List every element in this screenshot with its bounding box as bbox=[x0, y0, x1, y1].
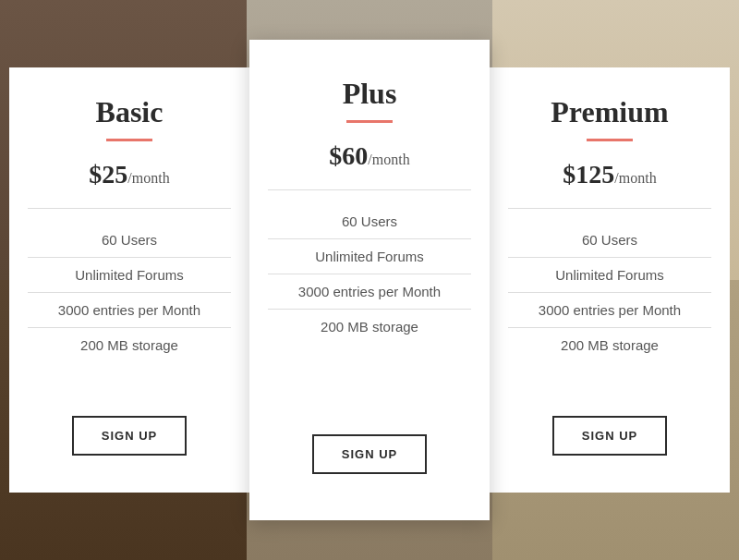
basic-feature-users: 60 Users bbox=[28, 223, 231, 258]
basic-feature-storage: 200 MB storage bbox=[28, 328, 231, 362]
basic-price-amount: $25 bbox=[89, 160, 127, 189]
premium-price-divider bbox=[508, 208, 711, 209]
plus-plan-title: Plus bbox=[343, 77, 397, 111]
plus-price: $60/month bbox=[329, 141, 409, 171]
pricing-section: Basic $25/month 60 Users Unlimited Forum… bbox=[0, 0, 739, 560]
basic-price: $25/month bbox=[89, 160, 169, 189]
premium-features-list: 60 Users Unlimited Forums 3000 entries p… bbox=[508, 223, 711, 388]
premium-feature-users: 60 Users bbox=[508, 223, 711, 258]
pricing-cards: Basic $25/month 60 Users Unlimited Forum… bbox=[9, 67, 730, 493]
premium-plan-title: Premium bbox=[551, 95, 668, 129]
plus-price-period: /month bbox=[368, 152, 409, 167]
basic-feature-entries: 3000 entries per Month bbox=[28, 293, 231, 328]
premium-title-divider bbox=[587, 139, 633, 141]
premium-price: $125/month bbox=[563, 160, 656, 189]
premium-feature-entries: 3000 entries per Month bbox=[508, 293, 711, 328]
basic-signup-button[interactable]: SIGN UP bbox=[72, 416, 187, 456]
plus-feature-entries: 3000 entries per Month bbox=[268, 274, 471, 310]
basic-feature-forums: Unlimited Forums bbox=[28, 258, 231, 293]
plus-feature-forums: Unlimited Forums bbox=[268, 239, 471, 274]
plus-price-divider bbox=[268, 189, 471, 190]
plus-feature-users: 60 Users bbox=[268, 204, 471, 239]
plus-card: Plus $60/month 60 Users Unlimited Forums… bbox=[249, 40, 490, 520]
plus-signup-button[interactable]: SIGN UP bbox=[312, 434, 427, 474]
basic-plan-title: Basic bbox=[96, 95, 164, 129]
plus-features-list: 60 Users Unlimited Forums 3000 entries p… bbox=[268, 204, 471, 407]
premium-signup-button[interactable]: SIGN UP bbox=[552, 416, 667, 456]
premium-card: Premium $125/month 60 Users Unlimited Fo… bbox=[490, 67, 730, 493]
basic-price-period: /month bbox=[127, 170, 169, 186]
plus-title-divider bbox=[346, 120, 393, 123]
plus-price-amount: $60 bbox=[329, 141, 368, 170]
premium-feature-forums: Unlimited Forums bbox=[508, 258, 711, 293]
basic-card: Basic $25/month 60 Users Unlimited Forum… bbox=[9, 67, 249, 493]
premium-price-period: /month bbox=[614, 170, 656, 186]
premium-price-amount: $125 bbox=[563, 160, 614, 189]
premium-feature-storage: 200 MB storage bbox=[508, 328, 711, 362]
basic-title-divider bbox=[106, 139, 152, 141]
basic-price-divider bbox=[28, 208, 231, 209]
plus-feature-storage: 200 MB storage bbox=[268, 310, 471, 344]
basic-features-list: 60 Users Unlimited Forums 3000 entries p… bbox=[28, 223, 231, 388]
